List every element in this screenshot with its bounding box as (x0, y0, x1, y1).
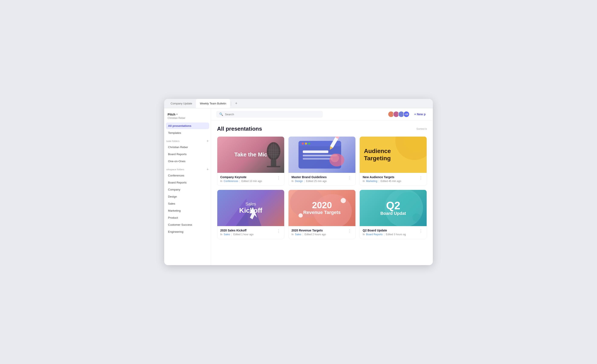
card-more-q2board[interactable]: ⋮ (418, 229, 424, 233)
tab-weekly-bulletin[interactable]: Weekly Team Bulletin (196, 99, 230, 108)
avatar-count-badge: +19 (403, 111, 409, 117)
presentations-area: All presentations Sorted b (211, 120, 433, 265)
tab-separator (231, 101, 231, 106)
sidebar: Pitch ▾ Christian Reber All presentation… (164, 108, 211, 265)
search-input[interactable] (225, 113, 320, 116)
sidebar-item-engineering[interactable]: Engineering (166, 228, 209, 235)
q2-label: Q2 (386, 200, 401, 211)
card-audience[interactable]: AudienceTargeting New Audience Targets I… (360, 136, 427, 186)
sidebar-item-marketing[interactable]: Marketing (166, 207, 209, 214)
sidebar-item-christian-reber[interactable]: Christian Reber (166, 144, 209, 150)
sidebar-item-design[interactable]: Design (166, 193, 209, 200)
card-more-revenue[interactable]: ⋮ (347, 229, 353, 233)
sidebar-item-board-reports-private[interactable]: Board Reports (166, 151, 209, 157)
card-edited-sales: Edited 1 hour ago (233, 233, 253, 236)
svg-rect-17 (303, 150, 328, 153)
card-folder-link-revenue[interactable]: Sales (295, 233, 301, 236)
sidebar-item-sales[interactable]: Sales (166, 200, 209, 207)
tab-company-update[interactable]: Company Update (167, 99, 196, 108)
audience-text-wrap: AudienceTargeting (360, 137, 427, 173)
card-meta-in: In (291, 233, 294, 236)
sidebar-item-label: Templates (168, 131, 181, 134)
card-title-q2board: Q2 Board Update (363, 229, 406, 232)
card-more-sales[interactable]: ⋮ (276, 229, 281, 233)
sidebar-item-label: All presentations (168, 124, 191, 127)
card-title-brand: Master Brand Guidelines (291, 175, 327, 179)
card-body-keynote: Company Keynote In Conferences | Edited … (217, 173, 284, 186)
q2-text-wrap: Q2 Board Updat (360, 190, 427, 226)
card-meta-revenue: In Sales | Edited 2 hours ago (291, 233, 326, 236)
card-meta-sales: In Sales | Edited 1 hour ago (220, 233, 253, 236)
sidebar-item-label: One-on-Ones (168, 160, 186, 163)
main-layout: Pitch ▾ Christian Reber All presentation… (164, 108, 433, 265)
card-more-brand[interactable]: ⋮ (347, 175, 353, 180)
sales-label: Sales (245, 201, 256, 207)
svg-rect-1 (271, 160, 276, 166)
content-header: 🔍 +19 + New p (211, 108, 433, 120)
svg-point-14 (302, 143, 304, 145)
app-window: Company Update Weekly Team Bulletin + Pi… (164, 99, 433, 265)
card-body-q2board: Q2 Board Update In Board Reports | Edite… (360, 226, 427, 239)
svg-point-15 (305, 143, 307, 145)
svg-rect-19 (303, 158, 333, 160)
card-body-audience: New Audience Targets In Marketing | Edit… (360, 173, 427, 186)
card-edited-brand: Edited 25 min ago (306, 180, 327, 183)
sidebar-item-customer-success[interactable]: Customer Success (166, 221, 209, 228)
sidebar-item-label: Board Reports (168, 153, 187, 156)
sidebar-item-product[interactable]: Product (166, 214, 209, 221)
workspace-folders-label: orkspace folders (166, 168, 184, 171)
add-private-folder-button[interactable]: + (206, 139, 209, 143)
sales-text-wrap: Sales Kickoff (217, 190, 284, 226)
sidebar-item-one-on-ones[interactable]: One-on-Ones (166, 158, 209, 164)
card-revenue[interactable]: 2020 Revenue Targets 2020 Revenue Target… (288, 190, 356, 239)
page-title: All presentations (217, 125, 262, 132)
card-meta-audience: In Marketing | Edited 45 min ago (363, 180, 401, 183)
card-folder-link-sales[interactable]: Sales (224, 233, 230, 236)
card-more-keynote[interactable]: ⋮ (276, 175, 281, 180)
sorted-by-label: Sorted b (416, 127, 427, 131)
card-info-audience: New Audience Targets In Marketing | Edit… (363, 175, 401, 183)
card-title-revenue: 2020 Revenue Targets (291, 229, 326, 232)
svg-point-24 (330, 154, 339, 162)
card-keynote[interactable]: Take the Mic Company Keynote In Conferen… (217, 136, 284, 186)
tab-add-button[interactable]: + (233, 101, 239, 107)
sidebar-item-label: Board Reports (168, 181, 187, 184)
content-area: 🔍 +19 + New p All presentations (211, 108, 433, 265)
card-folder-link-keynote[interactable]: Conferences (224, 180, 238, 183)
sidebar-item-label: Marketing (168, 209, 181, 212)
add-workspace-folder-button[interactable]: + (206, 168, 209, 171)
card-thumb-audience: AudienceTargeting (360, 137, 427, 173)
app-name[interactable]: Pitch ▾ (168, 113, 207, 116)
card-meta-in: In (291, 180, 294, 183)
card-thumb-keynote: Take the Mic (217, 137, 284, 173)
sidebar-item-all-presentations[interactable]: All presentations (166, 123, 209, 129)
tab-company-update-label: Company Update (171, 102, 192, 105)
app-name-text: Pitch (168, 113, 175, 116)
presentations-header: All presentations Sorted b (217, 125, 427, 132)
card-folder-link-q2board[interactable]: Board Reports (366, 233, 383, 236)
card-edited-keynote: Edited 10 min ago (241, 180, 262, 183)
card-sales[interactable]: Sales Kickoff 2020 Sales Kickoff In Sale… (217, 190, 284, 239)
sidebar-username: Christian Reber (168, 116, 207, 120)
sidebar-item-label: Design (168, 195, 177, 198)
search-bar[interactable]: 🔍 (216, 111, 323, 118)
revenue-label: Revenue Targets (303, 210, 341, 215)
search-icon: 🔍 (219, 112, 223, 116)
sidebar-item-templates[interactable]: Templates (166, 130, 209, 136)
sidebar-item-company[interactable]: Company (166, 186, 209, 193)
card-body-brand: Master Brand Guidelines In Design | Edit… (289, 173, 355, 186)
card-folder-link-audience[interactable]: Marketing (366, 180, 377, 183)
sidebar-item-label: Product (168, 216, 178, 219)
card-folder-link-brand[interactable]: Design (295, 180, 303, 183)
new-presentation-button[interactable]: + New p (412, 111, 428, 117)
sidebar-item-label: Conferences (168, 174, 184, 177)
sidebar-item-label: Customer Success (168, 223, 192, 226)
sidebar-item-conferences[interactable]: Conferences (166, 172, 209, 179)
card-q2board[interactable]: Q2 Board Updat Q2 Board Update In Board … (360, 190, 427, 239)
private-folders-label: ivate folders (166, 140, 180, 142)
card-more-audience[interactable]: ⋮ (418, 175, 424, 180)
header-right: +19 + New p (388, 111, 428, 117)
card-brand[interactable]: Master Brand Guidelines In Design | Edit… (288, 136, 356, 186)
card-meta-brand: In Design | Edited 25 min ago (291, 180, 327, 183)
sidebar-item-board-reports-workspace[interactable]: Board Reports (166, 179, 209, 186)
